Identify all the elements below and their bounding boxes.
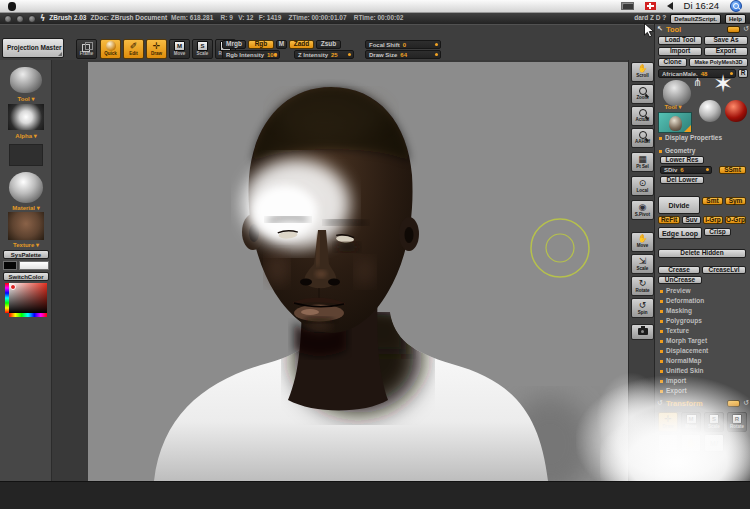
uncrease-button[interactable]: UnCrease bbox=[658, 276, 702, 284]
move-button[interactable]: M Move bbox=[169, 39, 190, 59]
mrgb-button[interactable]: Mrgb bbox=[222, 40, 246, 49]
shelf-button[interactable] bbox=[631, 324, 654, 340]
current-tool-thumbnail[interactable] bbox=[10, 67, 42, 93]
divide-button[interactable]: Divide bbox=[658, 196, 700, 214]
lower-res-button[interactable]: Lower Res bbox=[660, 156, 704, 164]
hue-strip-horizontal[interactable] bbox=[9, 313, 47, 317]
tool-palette-label[interactable]: Tool ▾ bbox=[0, 96, 52, 102]
current-texture-thumbnail[interactable] bbox=[8, 212, 44, 240]
quick-button[interactable]: Quick bbox=[100, 39, 121, 59]
palette-section[interactable]: Displacement bbox=[660, 348, 708, 354]
star-tool-icon[interactable]: ✶ bbox=[713, 72, 733, 96]
spotlight-icon[interactable] bbox=[730, 0, 742, 12]
transform-draw-button[interactable]: ✛ Draw bbox=[658, 412, 678, 432]
menu-bar-clock[interactable]: Di 16:24 bbox=[684, 1, 719, 11]
zadd-button[interactable]: Zadd bbox=[289, 40, 314, 49]
save-as-button[interactable]: Save As bbox=[704, 36, 748, 45]
default-zscript-button[interactable]: DefaultZScript. bbox=[670, 14, 721, 24]
palette-section[interactable]: Masking bbox=[660, 308, 708, 314]
sphere-tool-thumbnail[interactable] bbox=[699, 100, 721, 122]
tool-palette-header[interactable]: ↖ Tool ↺ bbox=[657, 26, 749, 34]
refit-button[interactable]: ReFit bbox=[658, 216, 680, 224]
stroke-slot[interactable] bbox=[9, 144, 43, 166]
canvas-background[interactable] bbox=[52, 60, 628, 481]
smt-button[interactable]: Smt bbox=[702, 197, 723, 205]
help-button[interactable]: Help bbox=[725, 14, 746, 24]
color-picker[interactable] bbox=[5, 283, 47, 317]
shelf-button[interactable]: S.Pivot bbox=[631, 200, 654, 220]
keyboard-layout-icon[interactable] bbox=[621, 2, 634, 10]
import-button[interactable]: Import bbox=[658, 47, 702, 56]
palette-section[interactable]: Unified Skin bbox=[660, 368, 708, 374]
export-button[interactable]: Export bbox=[704, 47, 748, 56]
delete-hidden-button[interactable]: Delete Hidden bbox=[658, 249, 746, 258]
texture-palette-label[interactable]: Texture ▾ bbox=[0, 242, 52, 248]
focal-shift-slider[interactable]: Focal Shift 0 bbox=[365, 40, 441, 49]
palette-section[interactable]: Import bbox=[660, 378, 708, 384]
rgb-button[interactable]: Rgb bbox=[248, 40, 274, 49]
apple-menu-icon[interactable] bbox=[8, 2, 16, 11]
sdiv-slider[interactable]: SDiv 6 bbox=[660, 166, 712, 174]
edge-loop-button[interactable]: Edge Loop bbox=[658, 227, 702, 239]
ogrp-button[interactable]: O-Grp bbox=[725, 216, 746, 224]
zsub-button[interactable]: Zsub bbox=[316, 40, 341, 49]
morph-mode-button[interactable]: M/ bbox=[704, 434, 724, 452]
palette-section[interactable]: NormalMap bbox=[660, 358, 708, 364]
main-color-swatch[interactable] bbox=[19, 261, 49, 270]
shelf-button[interactable]: Scale bbox=[631, 254, 654, 274]
active-tool-thumbnail[interactable] bbox=[658, 112, 692, 133]
current-material-thumbnail[interactable] bbox=[9, 172, 43, 203]
palette-restore-icon[interactable]: ↺ bbox=[743, 400, 749, 407]
material-palette-label[interactable]: Material ▾ bbox=[0, 205, 52, 211]
scale-button[interactable]: S Scale bbox=[192, 39, 213, 59]
shelf-button[interactable]: Zoom bbox=[631, 84, 654, 104]
crisp-button[interactable]: Crisp bbox=[704, 228, 731, 236]
shelf-button[interactable]: Spin bbox=[631, 298, 654, 318]
grab-mode-button[interactable]: ✋ bbox=[681, 434, 701, 452]
clone-button[interactable]: Clone bbox=[658, 58, 687, 67]
shelf-button[interactable]: Move bbox=[631, 232, 654, 252]
minimize-button[interactable] bbox=[16, 15, 24, 23]
tool-preview-blob[interactable] bbox=[663, 80, 691, 106]
red-sphere-tool-thumbnail[interactable] bbox=[725, 100, 747, 122]
transform-palette-header[interactable]: ↺ Transform ↺ bbox=[657, 400, 749, 408]
sym-button[interactable]: Sym bbox=[725, 197, 746, 205]
geometry-section[interactable]: Geometry bbox=[659, 148, 695, 155]
edit-mode-button[interactable]: ▱ bbox=[658, 434, 678, 452]
language-flag-icon[interactable] bbox=[645, 2, 656, 10]
display-properties-section[interactable]: Display Properties bbox=[659, 135, 722, 142]
suv-button[interactable]: Suv bbox=[682, 216, 701, 224]
shelf-button[interactable]: Scroll bbox=[631, 62, 654, 82]
shelf-button[interactable]: Local bbox=[631, 176, 654, 196]
shelf-button[interactable]: Rotate bbox=[631, 276, 654, 296]
syspalette-button[interactable]: SysPalette bbox=[3, 250, 49, 259]
secondary-color-swatch[interactable] bbox=[3, 261, 17, 270]
crease-button[interactable]: Crease bbox=[658, 266, 700, 274]
claw-tool-icon[interactable]: ⋔ bbox=[693, 77, 702, 88]
close-button[interactable] bbox=[4, 15, 12, 23]
projection-master-button[interactable]: Projection Master bbox=[2, 38, 64, 58]
palette-section[interactable]: Polygroups bbox=[660, 318, 708, 324]
transform-move-button[interactable]: M Move bbox=[681, 412, 701, 432]
document-canvas[interactable] bbox=[88, 62, 628, 481]
palette-restore-icon[interactable]: ↺ bbox=[743, 26, 749, 33]
edit-button[interactable]: ✐ Edit bbox=[123, 39, 144, 59]
alpha-palette-label[interactable]: Alpha ▾ bbox=[0, 133, 52, 139]
draw-button[interactable]: ✛ Draw bbox=[146, 39, 167, 59]
transform-scale-button[interactable]: S Scale bbox=[704, 412, 724, 432]
m-button[interactable]: M bbox=[276, 40, 287, 49]
z-intensity-slider[interactable]: Z Intensity 25 bbox=[294, 50, 354, 59]
ssmt-button[interactable]: SSmt bbox=[719, 166, 746, 174]
shelf-button[interactable]: AAHalf bbox=[631, 128, 654, 148]
crease-lvl-button[interactable]: CreaseLvl bbox=[702, 266, 746, 274]
del-lower-button[interactable]: Del Lower bbox=[660, 176, 704, 184]
palette-section[interactable]: Texture bbox=[660, 328, 708, 334]
draw-size-slider[interactable]: Draw Size 64 bbox=[365, 50, 441, 59]
palette-section[interactable]: Preview bbox=[660, 288, 708, 294]
make-polymesh3d-button[interactable]: Make PolyMesh3D bbox=[689, 58, 748, 67]
shelf-button[interactable]: Pt Sel bbox=[631, 152, 654, 172]
zoom-button[interactable] bbox=[28, 15, 36, 23]
volume-icon[interactable] bbox=[667, 2, 673, 10]
palette-section[interactable]: Morph Target bbox=[660, 338, 708, 344]
r-button[interactable]: R bbox=[738, 69, 748, 78]
